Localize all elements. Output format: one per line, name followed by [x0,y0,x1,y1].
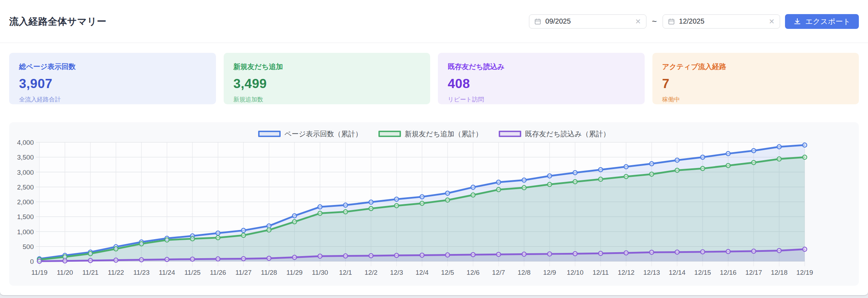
svg-text:12/13: 12/13 [643,269,660,276]
svg-text:12/8: 12/8 [518,269,531,276]
date-to-input[interactable]: 12/2025 ✕ [663,14,780,29]
stat-value: 7 [662,76,849,91]
legend-swatch-icon [258,131,281,137]
stat-subtitle: 稼働中 [662,95,849,104]
svg-text:11/30: 11/30 [312,269,328,276]
svg-text:3,000: 3,000 [17,169,34,176]
y-axis-labels: 05001,0001,5002,0002,5003,0003,5004,000 [17,140,34,265]
export-button[interactable]: エクスポート [785,14,859,29]
legend-item-1[interactable]: 新規友だち追加（累計） [378,129,483,139]
svg-text:12/12: 12/12 [618,269,634,276]
export-button-label: エクスポート [805,17,850,26]
stat-value: 408 [448,76,635,91]
legend-swatch-icon [378,131,401,137]
svg-text:12/11: 12/11 [593,269,609,276]
x-axis-labels: 11/1911/2011/2111/2211/2311/2411/2511/26… [31,269,813,276]
page-title: 流入経路全体サマリー [9,15,529,28]
svg-text:12/17: 12/17 [745,269,762,276]
stat-label: アクティブ流入経路 [662,62,849,72]
svg-text:12/14: 12/14 [669,269,686,276]
svg-text:12/6: 12/6 [467,269,480,276]
svg-text:12/18: 12/18 [771,269,788,276]
svg-text:11/26: 11/26 [210,269,226,276]
clear-date-from-icon[interactable]: ✕ [635,18,641,25]
chart-legend: ページ表示回数（累計）新規友だち追加（累計）既存友だち読込み（累計） [9,122,859,140]
stat-label: 新規友だち追加 [234,62,421,72]
calendar-icon [534,18,541,25]
svg-text:500: 500 [23,243,34,250]
svg-text:11/21: 11/21 [82,269,98,276]
svg-text:11/29: 11/29 [286,269,302,276]
stat-card-existing-friends: 既存友だち読込み 408 リピート訪問 [438,53,645,104]
svg-text:12/19: 12/19 [796,269,813,276]
svg-text:12/16: 12/16 [720,269,737,276]
svg-text:12/4: 12/4 [416,269,429,276]
svg-text:11/28: 11/28 [261,269,277,276]
svg-text:12/1: 12/1 [339,269,352,276]
svg-text:12/2: 12/2 [364,269,377,276]
legend-swatch-icon [499,131,521,137]
legend-label: 新規友だち追加（累計） [405,129,483,139]
svg-text:11/22: 11/22 [108,269,124,276]
svg-text:0: 0 [30,258,34,265]
date-to-value: 12/2025 [679,17,765,25]
chart-card: ページ表示回数（累計）新規友だち追加（累計）既存友だち読込み（累計） 05001… [9,122,859,286]
svg-text:1,500: 1,500 [17,213,34,221]
legend-item-2[interactable]: 既存友だち読込み（累計） [499,129,610,139]
clear-date-to-icon[interactable]: ✕ [769,18,775,25]
svg-text:12/15: 12/15 [694,269,711,276]
date-from-input[interactable]: 09/2025 ✕ [529,14,646,29]
legend-item-0[interactable]: ページ表示回数（累計） [258,129,362,139]
stat-value: 3,907 [19,76,206,91]
stat-cards-row: 総ページ表示回数 3,907 全流入経路合計 新規友だち追加 3,499 新規追… [9,53,859,104]
date-range-separator: ~ [651,17,658,26]
svg-text:12/9: 12/9 [543,269,556,276]
stat-value: 3,499 [234,76,421,91]
stat-label: 総ページ表示回数 [19,62,206,72]
download-icon [793,18,801,25]
legend-label: ページ表示回数（累計） [285,129,362,139]
svg-text:11/25: 11/25 [184,269,200,276]
svg-text:11/20: 11/20 [57,269,73,276]
svg-text:11/19: 11/19 [31,269,47,276]
stat-subtitle: 全流入経路合計 [19,95,206,104]
svg-text:4,000: 4,000 [17,140,34,146]
svg-text:11/24: 11/24 [159,269,175,276]
svg-text:11/27: 11/27 [235,269,251,276]
main-panel: 流入経路全体サマリー 09/2025 ✕ ~ [0,0,868,295]
svg-text:3,500: 3,500 [17,154,34,161]
chart-area: 05001,0001,5002,0002,5003,0003,5004,0001… [9,140,859,287]
svg-text:2,000: 2,000 [17,198,34,206]
svg-text:12/7: 12/7 [492,269,505,276]
line-chart-canvas[interactable]: 05001,0001,5002,0002,5003,0003,5004,0001… [9,140,859,286]
header-controls: 09/2025 ✕ ~ 12/2025 ✕ [529,14,859,29]
stat-card-page-views: 総ページ表示回数 3,907 全流入経路合計 [9,53,216,104]
svg-text:12/10: 12/10 [567,269,583,276]
stat-subtitle: 新規追加数 [234,95,421,104]
legend-label: 既存友だち読込み（累計） [525,129,610,139]
stat-label: 既存友だち読込み [448,62,635,72]
stat-subtitle: リピート訪問 [448,95,635,104]
svg-text:11/23: 11/23 [133,269,149,276]
svg-text:12/5: 12/5 [441,269,454,276]
calendar-icon [668,18,675,25]
header: 流入経路全体サマリー 09/2025 ✕ ~ [0,0,868,43]
date-from-value: 09/2025 [545,17,631,25]
stat-card-active-routes: アクティブ流入経路 7 稼働中 [652,53,859,104]
stat-card-new-friends: 新規友だち追加 3,499 新規追加数 [224,53,430,104]
svg-text:2,500: 2,500 [17,184,34,191]
svg-text:1,000: 1,000 [17,228,34,236]
svg-text:12/3: 12/3 [390,269,403,276]
